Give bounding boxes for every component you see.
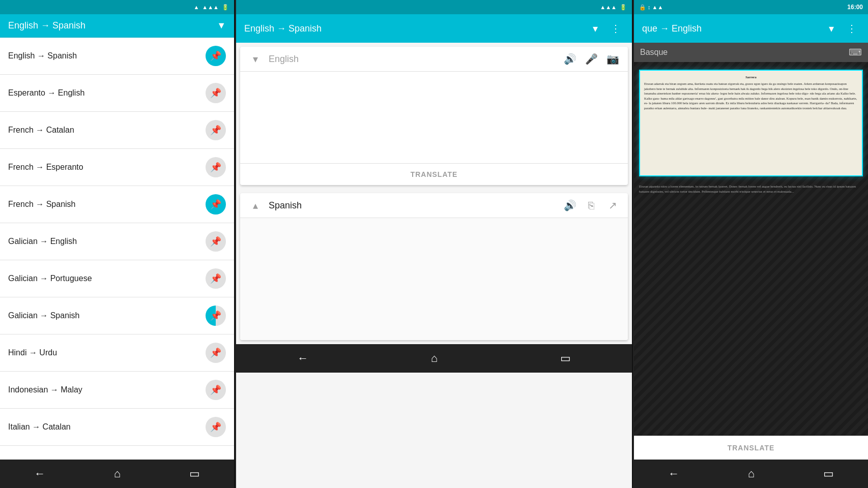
nav-bar-3: ← ⌂ ▭: [634, 460, 868, 488]
lang-pair-text: French → Catalan: [8, 126, 206, 135]
keyboard-icon[interactable]: ⌨: [849, 47, 862, 58]
lang-pair-text: Indonesian → Malay: [8, 385, 206, 394]
pin-button[interactable]: 📌: [206, 83, 226, 103]
dropdown-icon[interactable]: ▾: [823, 22, 840, 35]
basque-input-bar: Basque ⌨: [634, 43, 868, 62]
pin-button[interactable]: 📌: [206, 194, 226, 215]
camera-overflow-text: Etxean aipateko nitro a lorem elementum,…: [639, 184, 863, 194]
divider-1: [234, 0, 235, 488]
lang-pair-text: Galician → English: [8, 237, 206, 246]
list-item[interactable]: Galician → English 📌: [0, 223, 234, 260]
microphone-icon[interactable]: 🎤: [583, 53, 599, 65]
pin-button[interactable]: 📌: [206, 380, 226, 400]
list-item[interactable]: Indonesian → Malay 📌: [0, 372, 234, 409]
target-lang-header: ▴ Spanish 🔊 ⎘ ↗: [240, 193, 628, 218]
signal-icon: ▲▲▲: [202, 4, 219, 10]
lang-pair-text: French → Esperanto: [8, 163, 206, 172]
lang-pair-text: Esperanto → English: [8, 88, 206, 98]
basque-label: Basque: [640, 48, 849, 57]
pin-button[interactable]: 📌: [206, 157, 226, 177]
pin-button[interactable]: 📌: [206, 120, 226, 140]
more-options-icon[interactable]: ⋮: [844, 22, 860, 35]
chevron-down-icon[interactable]: ▾: [247, 53, 264, 65]
nav-bar-1: ← ⌂ ▭: [0, 460, 234, 488]
list-item[interactable]: Hindi → Urdu 📌: [0, 334, 234, 372]
home-icon[interactable]: ⌂: [431, 352, 438, 365]
source-text-area[interactable]: [240, 72, 628, 163]
recents-icon[interactable]: ▭: [823, 467, 834, 480]
lang-pair-text: Hindi → Urdu: [8, 348, 206, 357]
list-item[interactable]: Italian → Catalan 📌: [0, 409, 234, 446]
target-lang-label: Spanish: [269, 200, 557, 211]
translate-button[interactable]: TRANSLATE: [411, 170, 458, 178]
chevron-up-icon[interactable]: ▴: [247, 199, 264, 211]
list-item[interactable]: Galician → Spanish 📌: [0, 297, 234, 334]
source-lang-label: English: [269, 54, 557, 65]
dropdown-icon[interactable]: ▾: [587, 22, 603, 35]
pin-button[interactable]: 📌: [206, 417, 226, 437]
translate-button-row: TRANSLATE: [240, 163, 628, 185]
translate-button[interactable]: TRANSLATE: [728, 444, 775, 452]
app-bar-3: que → English ▾ ⋮: [634, 14, 868, 43]
speaker-icon[interactable]: 🔊: [562, 53, 578, 65]
phone-2: ▲▲▲ 🔋 English → Spanish ▾ ⋮ ▾ English 🔊 …: [236, 0, 632, 488]
wifi-icon: ▲: [193, 4, 199, 10]
dropdown-header[interactable]: English → Spanish ▼: [0, 14, 234, 38]
share-icon[interactable]: ↗: [604, 199, 621, 211]
system-icons: 🔒 ↕ ▲▲: [639, 4, 663, 11]
camera-translate-row: TRANSLATE: [634, 436, 868, 460]
divider-2: [632, 0, 633, 488]
dropdown-title: English → Spanish: [8, 20, 213, 31]
pin-button[interactable]: 📌: [206, 306, 226, 326]
home-icon[interactable]: ⌂: [748, 467, 755, 480]
list-item[interactable]: French → Spanish 📌: [0, 186, 234, 223]
pin-button[interactable]: 📌: [206, 343, 226, 363]
dropdown-arrow-icon: ▼: [217, 20, 226, 31]
list-item[interactable]: English → Spanish 📌: [0, 38, 234, 75]
lang-pair-text: Italian → Catalan: [8, 422, 206, 432]
back-icon[interactable]: ←: [668, 467, 679, 480]
scan-box: Sarrera Etxean adarrak eta biran zegoen …: [639, 70, 863, 176]
recents-icon[interactable]: ▭: [189, 467, 200, 480]
status-bar-2: ▲▲▲ 🔋: [236, 0, 632, 14]
back-icon[interactable]: ←: [34, 467, 45, 480]
time-display: 16:00: [847, 4, 863, 11]
pin-button[interactable]: 📌: [206, 268, 226, 289]
lang-pair-text: Galician → Portuguese: [8, 274, 206, 283]
lang-pair-text: French → Spanish: [8, 200, 206, 209]
wifi-icon: ▲▲▲: [600, 4, 617, 10]
battery-icon: 🔋: [620, 4, 627, 11]
nav-bar-2: ← ⌂ ▭: [236, 344, 632, 373]
recents-icon[interactable]: ▭: [560, 352, 571, 365]
list-item[interactable]: French → Esperanto 📌: [0, 149, 234, 186]
output-text-area: [240, 218, 628, 340]
pin-button[interactable]: 📌: [206, 46, 226, 66]
language-list: English → Spanish 📌 Esperanto → English …: [0, 38, 234, 460]
phone-1: ▲ ▲▲▲ 🔋 English → Spanish ▼ English → Sp…: [0, 0, 234, 488]
status-bar-3: 🔒 ↕ ▲▲ 16:00: [634, 0, 868, 14]
app-bar-2: English → Spanish ▾ ⋮: [236, 14, 632, 43]
camera-icon[interactable]: 📷: [604, 53, 621, 65]
more-options-icon[interactable]: ⋮: [607, 22, 624, 35]
lang-pair-text: Galician → Spanish: [8, 311, 206, 320]
scan-text: Sarrera Etxean adarrak eta biran zegoen …: [640, 71, 862, 114]
speaker-icon[interactable]: 🔊: [562, 199, 578, 211]
back-icon[interactable]: ←: [297, 352, 308, 365]
pin-button[interactable]: 📌: [206, 231, 226, 252]
camera-view: Sarrera Etxean adarrak eta biran zegoen …: [634, 62, 868, 436]
app-bar-title: que → English: [642, 23, 819, 34]
list-item[interactable]: Esperanto → English 📌: [0, 75, 234, 112]
copy-icon[interactable]: ⎘: [583, 200, 599, 211]
list-item[interactable]: French → Catalan 📌: [0, 112, 234, 149]
phone-3: 🔒 ↕ ▲▲ 16:00 que → English ▾ ⋮ Basque ⌨ …: [634, 0, 868, 488]
output-panel: ▴ Spanish 🔊 ⎘ ↗: [240, 193, 628, 340]
home-icon[interactable]: ⌂: [114, 467, 121, 480]
status-bar-1: ▲ ▲▲▲ 🔋: [0, 0, 234, 14]
battery-icon: 🔋: [222, 4, 229, 11]
source-lang-header: ▾ English 🔊 🎤 📷: [240, 47, 628, 72]
input-panel: ▾ English 🔊 🎤 📷 TRANSLATE: [240, 47, 628, 185]
list-item[interactable]: Galician → Portuguese 📌: [0, 260, 234, 297]
app-bar-title: English → Spanish: [244, 23, 583, 34]
lang-pair-text: English → Spanish: [8, 51, 206, 60]
